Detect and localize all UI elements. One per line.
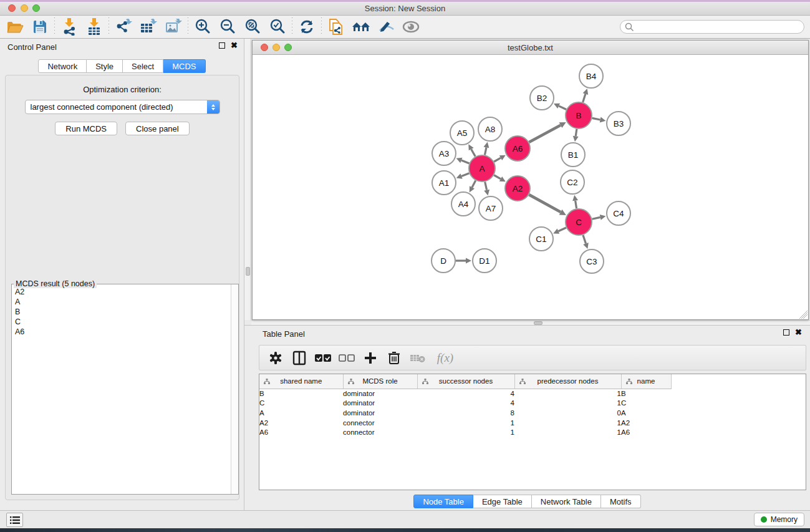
graph-edge-C-C4[interactable] bbox=[592, 217, 600, 219]
window-resize-grip[interactable] bbox=[799, 310, 808, 319]
table-cell[interactable]: 4 bbox=[417, 399, 514, 409]
table-cell[interactable]: 0 bbox=[514, 408, 621, 418]
graph-node-A6[interactable]: A6 bbox=[505, 136, 530, 161]
table-row[interactable]: Bdominator41B bbox=[259, 389, 806, 399]
table-cell[interactable]: A bbox=[259, 408, 343, 418]
table-cell[interactable]: dominator bbox=[343, 389, 417, 399]
mcds-list-scrollbar[interactable] bbox=[231, 284, 238, 494]
graph-edge-A-A5[interactable] bbox=[471, 149, 476, 157]
graph-node-C3[interactable]: C3 bbox=[580, 249, 604, 273]
graph-node-C2[interactable]: C2 bbox=[561, 170, 584, 194]
table-cell[interactable]: 1 bbox=[417, 418, 514, 428]
clear-checks-icon[interactable] bbox=[338, 349, 355, 367]
refresh-icon[interactable] bbox=[294, 17, 319, 37]
tab-network[interactable]: Network bbox=[38, 59, 87, 73]
table-cell[interactable]: dominator bbox=[343, 408, 417, 418]
table-cell[interactable]: 1 bbox=[514, 418, 621, 428]
graph-node-A7[interactable]: A7 bbox=[479, 196, 503, 220]
close-panel-button[interactable]: Close panel bbox=[125, 122, 190, 135]
graph-edge-A-A7[interactable] bbox=[485, 181, 487, 190]
graph-edge-B-B1[interactable] bbox=[576, 129, 577, 137]
export-table-icon[interactable] bbox=[136, 17, 161, 37]
table-cell[interactable]: connector bbox=[343, 427, 417, 437]
graph-node-C1[interactable]: C1 bbox=[529, 227, 553, 251]
graph-node-B3[interactable]: B3 bbox=[607, 112, 630, 135]
hide-annotations-icon[interactable] bbox=[374, 17, 398, 37]
tab-style[interactable]: Style bbox=[87, 59, 123, 73]
show-columns-icon[interactable] bbox=[291, 349, 308, 367]
float-table-panel-icon[interactable] bbox=[783, 329, 789, 336]
table-cell[interactable]: A6 bbox=[621, 427, 671, 437]
graph-node-A1[interactable]: A1 bbox=[432, 171, 456, 195]
table-cell[interactable]: B bbox=[621, 389, 671, 399]
memory-button[interactable]: Memory bbox=[754, 513, 804, 526]
graph-node-D[interactable]: D bbox=[432, 249, 455, 273]
tab-node-table[interactable]: Node Table bbox=[413, 495, 473, 508]
table-cell[interactable]: 1 bbox=[514, 399, 621, 409]
add-column-icon[interactable] bbox=[362, 349, 379, 367]
open-session-icon[interactable] bbox=[2, 17, 27, 37]
graph-node-B[interactable]: B bbox=[566, 102, 592, 128]
delete-column-icon[interactable] bbox=[385, 349, 403, 367]
float-panel-icon[interactable] bbox=[219, 42, 225, 49]
table-row[interactable]: Adominator80A bbox=[259, 408, 806, 418]
tab-mcds[interactable]: MCDS bbox=[163, 59, 205, 73]
zoom-out-icon[interactable] bbox=[215, 17, 240, 37]
network-graph-canvas[interactable]: AA1A2A3A4A5A6A7A8BB1B2B3B4CC1C2C3C4DD1 bbox=[253, 55, 808, 319]
graph-node-A[interactable]: A bbox=[469, 155, 495, 181]
graph-node-B4[interactable]: B4 bbox=[579, 64, 603, 88]
graph-edge-C-C3[interactable] bbox=[583, 235, 586, 244]
graph-edge-A-A3[interactable] bbox=[461, 160, 470, 163]
table-cell[interactable]: 8 bbox=[417, 408, 514, 418]
select-all-checks-icon[interactable] bbox=[314, 349, 332, 367]
home-layout-icon[interactable] bbox=[349, 17, 374, 37]
settings-gear-icon[interactable] bbox=[267, 349, 284, 367]
column-header-MCDS-role[interactable]: MCDS role bbox=[343, 374, 417, 389]
mcds-result-item[interactable]: C bbox=[12, 317, 230, 327]
graph-node-A5[interactable]: A5 bbox=[450, 121, 474, 145]
table-cell[interactable]: C bbox=[259, 399, 343, 409]
network-window-titlebar[interactable]: testGlobe.txt bbox=[253, 41, 808, 55]
table-cell[interactable]: A2 bbox=[621, 418, 671, 428]
column-header-successor-nodes[interactable]: successor nodes bbox=[417, 374, 514, 389]
close-panel-icon[interactable]: ✖ bbox=[231, 42, 238, 49]
table-row[interactable]: A6connector11A6 bbox=[259, 427, 806, 437]
tab-edge-table[interactable]: Edge Table bbox=[473, 495, 532, 508]
column-header-predecessor-nodes[interactable]: predecessor nodes bbox=[514, 374, 621, 389]
graph-edge-A-A8[interactable] bbox=[485, 147, 486, 155]
table-header-row[interactable]: shared nameMCDS rolesuccessor nodesprede… bbox=[259, 374, 806, 389]
desktop-vertical-scrollbar[interactable] bbox=[244, 39, 251, 320]
table-cell[interactable]: B bbox=[259, 389, 343, 399]
export-image-icon[interactable] bbox=[161, 17, 186, 37]
mcds-result-item[interactable]: A bbox=[12, 297, 230, 307]
column-header-name[interactable]: name bbox=[621, 374, 671, 389]
table-cell[interactable]: 1 bbox=[514, 389, 621, 399]
vertical-scroll-thumb[interactable] bbox=[246, 267, 250, 276]
table-cell[interactable]: dominator bbox=[343, 399, 417, 409]
table-cell[interactable]: connector bbox=[343, 418, 417, 428]
save-session-icon[interactable] bbox=[27, 17, 52, 37]
run-mcds-button[interactable]: Run MCDS bbox=[55, 122, 117, 135]
mcds-result-item[interactable]: B bbox=[12, 307, 230, 317]
graph-edge-A6-B[interactable] bbox=[529, 125, 561, 142]
graph-edge-A2-C[interactable] bbox=[529, 195, 561, 212]
graph-node-C[interactable]: C bbox=[566, 209, 592, 235]
close-table-panel-icon[interactable]: ✖ bbox=[795, 329, 802, 336]
table-cell[interactable]: A2 bbox=[259, 418, 343, 428]
node-table[interactable]: shared nameMCDS rolesuccessor nodesprede… bbox=[259, 374, 806, 490]
graph-node-A8[interactable]: A8 bbox=[478, 117, 502, 141]
tab-motifs[interactable]: Motifs bbox=[601, 495, 641, 508]
graph-node-A2[interactable]: A2 bbox=[505, 176, 530, 201]
graph-edge-C-C2[interactable] bbox=[576, 201, 577, 209]
table-cell[interactable]: 4 bbox=[417, 389, 514, 399]
function-builder-icon[interactable]: f(x) bbox=[433, 349, 458, 367]
tab-select[interactable]: Select bbox=[123, 59, 163, 73]
criterion-select[interactable]: largest connected component (directed) bbox=[25, 100, 220, 114]
graph-edge-C-C1[interactable] bbox=[558, 228, 566, 231]
graph-edge-B-B3[interactable] bbox=[592, 118, 600, 120]
copy-network-icon[interactable] bbox=[324, 17, 349, 37]
zoom-fit-icon[interactable] bbox=[240, 17, 265, 37]
app-titlebar[interactable]: Session: New Session bbox=[0, 0, 810, 16]
tab-network-table[interactable]: Network Table bbox=[532, 495, 601, 508]
graph-edge-B-B4[interactable] bbox=[583, 94, 586, 102]
